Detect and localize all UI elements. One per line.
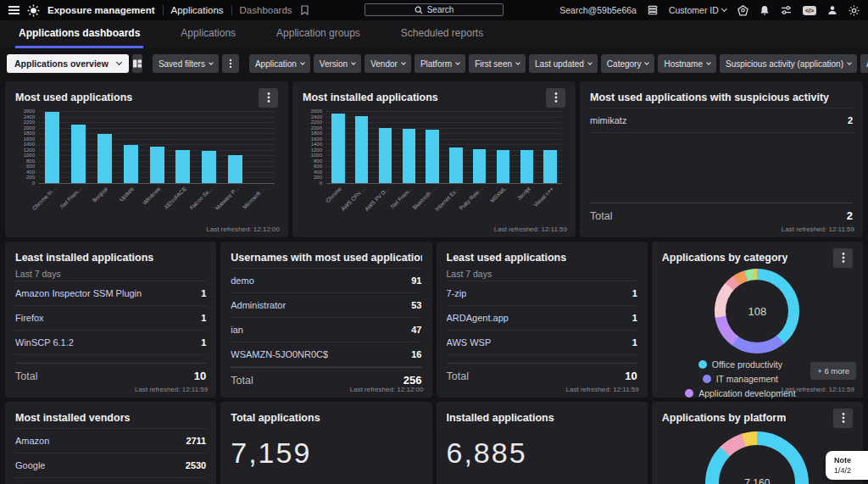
note-flag[interactable]: Note 1/4/2: [826, 451, 868, 480]
dashboard-view-select[interactable]: Applications overview: [7, 54, 129, 73]
breadcrumb-dashboards[interactable]: Dashboards: [240, 5, 292, 15]
tab-application-groups[interactable]: Application groups: [273, 20, 364, 48]
list-item[interactable]: ARDAgent.app1: [447, 306, 637, 331]
breadcrumb-applications[interactable]: Applications: [171, 5, 224, 15]
y-tick-label: 2000: [24, 125, 35, 131]
row-label-link[interactable]: Google: [15, 460, 45, 470]
bar[interactable]: [71, 125, 86, 183]
row-label-link[interactable]: AWS WSP: [447, 337, 492, 348]
bar[interactable]: [97, 134, 112, 183]
container-stack-icon[interactable]: [648, 5, 658, 15]
bar[interactable]: [331, 114, 344, 183]
filter-sliders-icon[interactable]: [781, 5, 792, 15]
row-label-link[interactable]: Firefox: [15, 313, 44, 323]
bar[interactable]: [497, 150, 509, 183]
list-item[interactable]: demo91: [231, 269, 421, 293]
bookmark-icon[interactable]: [300, 5, 309, 15]
list-item[interactable]: Firefox1: [15, 306, 206, 331]
tab-applications[interactable]: Applications: [177, 20, 239, 48]
card-usernames-most-used: Usernames with most used applications de…: [220, 242, 431, 398]
list-item[interactable]: mimikatz2: [590, 108, 853, 133]
list-item[interactable]: Amazon2711: [15, 429, 206, 453]
filter-chip-platform[interactable]: Platform: [415, 54, 465, 73]
bar[interactable]: [543, 150, 556, 183]
filter-chip-version[interactable]: Version: [314, 54, 361, 73]
row-label-link[interactable]: mimikatz: [590, 115, 626, 125]
last-refreshed: Last refreshed: 12:11:59: [782, 386, 854, 393]
row-label-link[interactable]: WSAMZN-5JO0NR0C$: [231, 349, 328, 359]
bar[interactable]: [355, 116, 368, 183]
bar[interactable]: [426, 130, 438, 183]
platform-donut-chart[interactable]: 7,160: [705, 431, 809, 484]
card-title: Most used applications: [15, 92, 132, 103]
row-label-link[interactable]: demo: [231, 275, 254, 286]
layout-grid-button[interactable]: [132, 54, 142, 73]
row-label-link[interactable]: ian: [231, 325, 243, 335]
filter-chip-application[interactable]: Application: [249, 54, 310, 73]
bar[interactable]: [124, 145, 138, 183]
bar[interactable]: [403, 129, 415, 183]
row-label-link[interactable]: Administrator: [231, 300, 286, 310]
tab-applications-dashboards[interactable]: Applications dashboards: [15, 20, 143, 48]
y-tick-label: 2600: [24, 108, 35, 114]
legend-item[interactable]: IT management: [703, 374, 778, 384]
global-search-input[interactable]: Search: [364, 3, 504, 16]
theme-brightness-icon[interactable]: [849, 5, 860, 16]
list-item[interactable]: ian47: [231, 318, 421, 342]
bar[interactable]: [175, 150, 190, 183]
y-tick-label: 2400: [24, 114, 35, 120]
card-menu-button[interactable]: [833, 248, 853, 268]
badge-icon[interactable]: [737, 5, 748, 16]
filter-chip-first-seen[interactable]: First seen: [469, 54, 526, 73]
donut-center-value: 7,160: [744, 477, 770, 484]
row-value: 2530: [186, 460, 206, 470]
filter-chip-vendor[interactable]: Vendor: [364, 54, 411, 73]
row-label-link[interactable]: Amazon: [15, 436, 49, 446]
bar[interactable]: [379, 128, 392, 183]
list-item[interactable]: Google2530: [15, 453, 206, 478]
api-code-icon[interactable]: </>: [803, 6, 816, 15]
card-menu-button[interactable]: [546, 88, 565, 108]
bar[interactable]: [449, 147, 462, 183]
bar[interactable]: [45, 112, 59, 183]
card-applications-by-category: Applications by category 108 Office prod…: [652, 242, 863, 398]
filter-chip-hostname[interactable]: Hostname: [658, 54, 716, 73]
chevron-down-icon: [300, 60, 305, 65]
legend-item[interactable]: Office productivity: [698, 359, 782, 370]
row-value: 16: [411, 349, 421, 359]
card-menu-button[interactable]: [833, 409, 853, 428]
user-profile-icon[interactable]: [827, 5, 837, 15]
card-title: Most installed vendors: [15, 412, 130, 424]
list-item[interactable]: Administrator53: [231, 293, 421, 318]
bar[interactable]: [228, 155, 242, 183]
filter-chip-category[interactable]: Category: [601, 54, 655, 73]
add-remove-filters-button[interactable]: Add/remove filters +: [860, 54, 868, 73]
tab-scheduled-reports[interactable]: Scheduled reports: [398, 20, 487, 48]
row-label-link[interactable]: WinSCP 6.1.2: [15, 337, 74, 348]
row-label-link[interactable]: ARDAgent.app: [447, 313, 509, 323]
saved-filters-menu-button[interactable]: [222, 54, 239, 73]
row-value: 2711: [186, 436, 206, 446]
list-item[interactable]: WSAMZN-5JO0NR0C$16: [231, 342, 421, 367]
notifications-bell-icon[interactable]: [760, 5, 770, 16]
legend-item[interactable]: Application development: [685, 388, 795, 398]
bar[interactable]: [473, 149, 486, 183]
row-label-link[interactable]: Amazon Inspector SSM Plugin: [15, 288, 142, 298]
filter-chip-suspicious-activity-application-[interactable]: Suspicious activity (application): [720, 54, 857, 73]
list-item[interactable]: WinSCP 6.1.21: [15, 331, 206, 355]
menu-icon[interactable]: [8, 6, 19, 14]
list-item[interactable]: Amazon Inspector SSM Plugin1: [15, 281, 206, 306]
list-item[interactable]: AWS WSP1: [447, 331, 637, 355]
bar[interactable]: [150, 147, 164, 183]
filter-chip-last-updated[interactable]: Last updated: [529, 54, 598, 73]
row-label-link[interactable]: 7-zip: [447, 288, 467, 298]
customer-id-dropdown[interactable]: Customer ID: [669, 5, 726, 15]
legend-more-button[interactable]: + 6 more: [810, 362, 856, 380]
list-item[interactable]: 7-zip1: [447, 281, 637, 306]
x-tick-label: Jscript: [515, 186, 531, 201]
saved-filters-dropdown[interactable]: Saved filters: [153, 54, 219, 73]
category-donut-chart[interactable]: 108: [715, 269, 799, 353]
bar[interactable]: [520, 150, 533, 183]
bar[interactable]: [202, 151, 216, 183]
card-menu-button[interactable]: [259, 88, 278, 108]
